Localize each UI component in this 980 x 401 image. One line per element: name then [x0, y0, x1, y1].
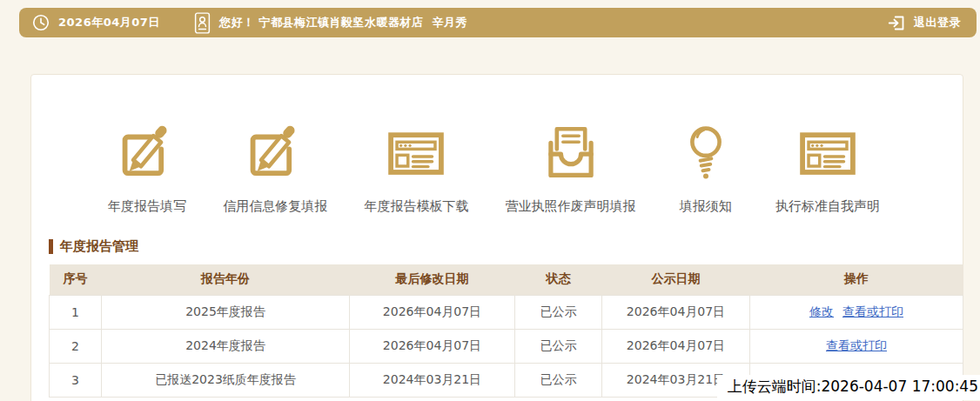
action-label: 执行标准自我声明	[775, 198, 880, 215]
cell-index: 2	[50, 329, 102, 363]
cell-last-modified: 2026年04月07日	[350, 295, 515, 329]
lightbulb-icon	[673, 118, 739, 188]
view-or-print-link[interactable]: 查看或打印	[826, 338, 887, 352]
action-filing-notice[interactable]: 填报须知	[673, 118, 739, 215]
col-public-date: 公示日期	[602, 264, 750, 295]
action-label: 信用信息修复填报	[223, 198, 327, 215]
cell-status: 已公示	[515, 329, 602, 363]
user-greeting-group: 您好！ 宁都县梅江镇肖毅坚水暖器材店 辛月秀	[193, 11, 467, 35]
table-header-row: 序号 报告年份 最后修改日期 状态 公示日期 操作	[50, 264, 963, 295]
quick-actions-row: 年度报告填写 信用信息修复填报	[31, 75, 963, 215]
current-date: 2026年04月07日	[58, 15, 160, 30]
action-label: 年度报告填写	[108, 198, 186, 215]
action-label: 年度报告模板下载	[364, 198, 468, 215]
col-operation: 操作	[750, 264, 963, 295]
template-page-icon	[383, 118, 449, 188]
template-page-icon	[795, 118, 861, 188]
logout-icon	[888, 14, 906, 32]
action-label: 填报须知	[680, 198, 732, 215]
user-greeting: 您好！ 宁都县梅江镇肖毅坚水暖器材店 辛月秀	[219, 15, 467, 30]
cell-index: 3	[50, 363, 102, 397]
col-last-modified: 最后修改日期	[350, 264, 515, 295]
upload-cloud-time: 上传云端时间:2026-04-07 17:00:45	[717, 375, 980, 400]
cell-index: 1	[50, 295, 102, 329]
action-annual-report-fill[interactable]: 年度报告填写	[108, 118, 186, 215]
cell-report-year: 2025年度报告	[102, 295, 350, 329]
cell-public-date: 2026年04月07日	[602, 329, 750, 363]
cell-operation: 修改查看或打印	[750, 295, 963, 329]
action-template-download[interactable]: 年度报告模板下载	[364, 118, 468, 215]
logout-label: 退出登录	[914, 15, 961, 30]
action-credit-repair[interactable]: 信用信息修复填报	[223, 118, 327, 215]
section-title: 年度报告管理	[49, 238, 963, 255]
main-panel: 年度报告填写 信用信息修复填报	[30, 74, 963, 401]
cell-report-year: 2024年度报告	[102, 329, 350, 363]
current-date-group: 2026年04月07日	[19, 13, 160, 32]
clock-icon	[31, 13, 50, 32]
modify-link[interactable]: 修改	[809, 304, 834, 318]
edit-square-icon	[242, 118, 308, 188]
top-bar: 2026年04月07日 您好！ 宁都县梅江镇肖毅坚水暖器材店 辛月秀 退出登录	[19, 8, 977, 37]
inbox-document-icon	[538, 118, 604, 188]
cell-status: 已公示	[515, 295, 602, 329]
user-badge-icon	[193, 11, 211, 35]
col-report-year: 报告年份	[102, 264, 350, 295]
section-title-text: 年度报告管理	[60, 238, 138, 255]
logout-button[interactable]: 退出登录	[888, 14, 977, 32]
cell-operation: 查看或打印	[750, 329, 963, 363]
table-row: 1 2025年度报告 2026年04月07日 已公示 2026年04月07日 修…	[50, 295, 963, 329]
cell-status: 已公示	[515, 363, 602, 397]
cell-last-modified: 2024年03月21日	[350, 363, 515, 397]
col-index: 序号	[50, 264, 102, 295]
view-or-print-link[interactable]: 查看或打印	[842, 304, 903, 318]
cell-report-year: 已报送2023纸质年度报告	[102, 363, 350, 397]
section-title-bar	[49, 239, 53, 254]
col-status: 状态	[515, 264, 602, 295]
action-standard-self-declare[interactable]: 执行标准自我声明	[775, 118, 880, 215]
edit-square-icon	[114, 118, 180, 188]
cell-public-date: 2026年04月07日	[602, 295, 750, 329]
action-label: 营业执照作废声明填报	[506, 198, 636, 215]
table-row: 2 2024年度报告 2026年04月07日 已公示 2026年04月07日 查…	[50, 329, 963, 363]
action-license-cancel-declare[interactable]: 营业执照作废声明填报	[506, 118, 636, 215]
cell-last-modified: 2026年04月07日	[350, 329, 515, 363]
